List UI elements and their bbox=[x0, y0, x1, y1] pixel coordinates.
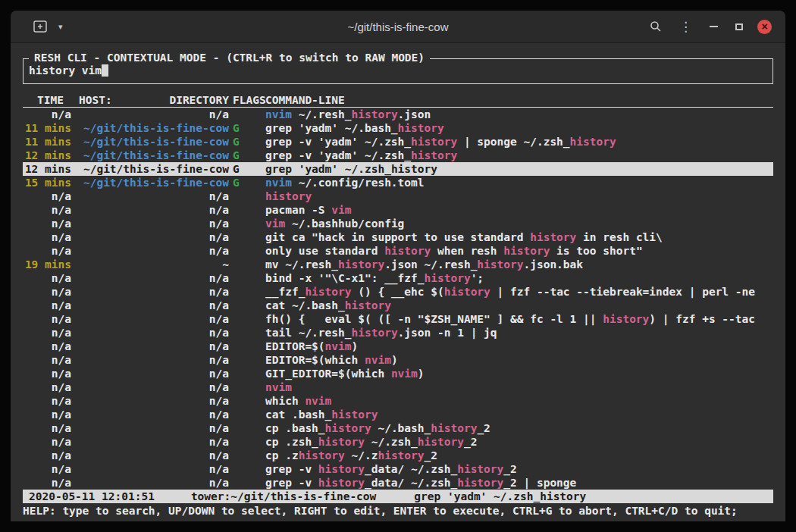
command-text: ) bbox=[391, 354, 398, 366]
menu-button[interactable]: ⋮ bbox=[676, 17, 695, 36]
row-git-flag bbox=[229, 230, 265, 244]
row-time: n/a bbox=[23, 435, 71, 449]
history-row[interactable]: n/an/atail ~/.resh_history.json -n 1 | j… bbox=[23, 326, 773, 340]
history-row[interactable]: n/an/afh() { eval $( ([ -n "$ZSH_NAME" ]… bbox=[23, 312, 773, 326]
restore-button[interactable] bbox=[732, 20, 746, 33]
history-row[interactable]: n/an/acat ~/.bash_history bbox=[23, 299, 773, 312]
row-git-flag: G bbox=[229, 121, 265, 135]
history-row[interactable]: n/an/aonly use standard history when res… bbox=[23, 244, 773, 258]
command-text: grep -v bbox=[265, 477, 318, 489]
row-time: 12 mins bbox=[23, 149, 71, 162]
command-text: grep -v bbox=[265, 463, 318, 475]
row-command: only use standard history when resh hist… bbox=[265, 244, 773, 258]
row-git-flag: G bbox=[229, 176, 265, 189]
row-git-flag bbox=[229, 449, 265, 462]
row-git-flag bbox=[229, 312, 265, 326]
status-bar: 2020-05-11 12:01:51 tower:~/git/this-is-… bbox=[23, 490, 773, 503]
minimize-button[interactable] bbox=[707, 23, 721, 30]
row-git-flag bbox=[229, 299, 265, 312]
chevron-down-icon: ▾ bbox=[58, 22, 63, 32]
command-match-text: history bbox=[325, 422, 371, 434]
row-host-directory: ~/git/this-is-fine-cow bbox=[71, 135, 229, 149]
row-git-flag bbox=[229, 217, 265, 230]
close-button[interactable]: × bbox=[757, 20, 772, 34]
row-git-flag: G bbox=[229, 135, 265, 149]
profile-dropdown-button[interactable]: ▾ bbox=[55, 19, 66, 35]
history-row[interactable]: n/an/a__fzf_history () { __ehc $(history… bbox=[23, 285, 773, 299]
row-command: history bbox=[265, 189, 773, 203]
command-match-text: history bbox=[398, 122, 444, 134]
history-row[interactable]: n/an/agrep -v history_data/ ~/.zsh_histo… bbox=[23, 476, 773, 490]
command-text: grep 'yadm' ~/.zsh_ bbox=[265, 163, 391, 175]
row-host-directory: n/a bbox=[71, 449, 229, 462]
row-git-flag bbox=[229, 476, 265, 490]
history-row[interactable]: 12 mins~/git/this-is-fine-cowGgrep -v 'y… bbox=[23, 149, 773, 162]
command-text: _2 bbox=[464, 436, 477, 448]
history-row[interactable]: 19 mins~mv ~/.resh_history.json ~/.resh_… bbox=[23, 258, 773, 271]
command-text: _2 bbox=[425, 449, 437, 462]
history-row[interactable]: n/an/aEDITOR=$(which nvim) bbox=[23, 353, 773, 367]
header-host-directory: HOST: DIRECTORY bbox=[71, 93, 229, 107]
history-row[interactable]: n/an/acp .zsh_history ~/.zsh_history_2 bbox=[23, 435, 773, 449]
history-row[interactable]: 11 mins~/git/this-is-fine-cowGgrep 'yadm… bbox=[23, 121, 773, 135]
history-row[interactable]: n/an/aGIT_EDITOR=$(which nvim) bbox=[23, 367, 773, 380]
history-row[interactable]: n/an/agrep -v history_data/ ~/.zsh_histo… bbox=[23, 462, 773, 476]
search-button[interactable] bbox=[647, 17, 665, 36]
command-match-text: history bbox=[318, 463, 365, 475]
history-row[interactable]: n/an/abind -x '"\C-x1": __fzf_history'; bbox=[23, 271, 773, 285]
command-match-text: history bbox=[425, 272, 471, 284]
history-row[interactable]: n/an/anvim bbox=[23, 380, 773, 394]
row-git-flag bbox=[229, 462, 265, 476]
command-text: _data/ ~/.zsh_ bbox=[365, 477, 457, 489]
history-row[interactable]: 11 mins~/git/this-is-fine-cowGgrep -v 'y… bbox=[23, 135, 773, 149]
row-host-directory: n/a bbox=[71, 244, 229, 258]
command-text: cat .bash_ bbox=[265, 408, 331, 421]
row-host-directory: n/a bbox=[71, 435, 229, 449]
history-row[interactable]: n/an/acp .bash_history ~/.bash_history_2 bbox=[23, 421, 773, 435]
history-row[interactable]: n/an/acp .zhistory ~/.zhistory_2 bbox=[23, 449, 773, 462]
search-input[interactable]: history vim bbox=[29, 63, 767, 79]
row-host-directory: n/a bbox=[71, 394, 229, 408]
row-time: n/a bbox=[23, 462, 71, 476]
command-text: ~/.bashhub/config bbox=[285, 217, 404, 230]
command-text: mv ~/.resh_ bbox=[265, 258, 338, 271]
history-row-selected[interactable]: 12 mins~/git/this-is-fine-cowGgrep 'yadm… bbox=[23, 162, 773, 176]
terminal-screen[interactable]: RESH CLI - CONTEXTUAL MODE - (CTRL+R to … bbox=[11, 43, 785, 518]
history-row[interactable]: n/an/avim ~/.bashhub/config bbox=[23, 217, 773, 230]
header-host: HOST: bbox=[79, 93, 112, 107]
command-match-text: history bbox=[503, 245, 550, 257]
command-text: cp .z bbox=[265, 449, 299, 462]
command-text: when resh bbox=[431, 245, 503, 257]
help-bar: HELP: type to search, UP/DOWN to select,… bbox=[23, 504, 773, 518]
history-row[interactable]: n/an/anvim ~/.resh_history.json bbox=[23, 108, 773, 121]
row-command: mv ~/.resh_history.json ~/.resh_history.… bbox=[265, 258, 773, 271]
history-row[interactable]: n/an/apacman -S vim bbox=[23, 203, 773, 217]
status-host-directory: tower:~/git/this-is-fine-cow bbox=[191, 490, 376, 503]
command-text: ~/.z bbox=[345, 449, 378, 462]
history-row[interactable]: 15 mins~/git/this-is-fine-cowGnvim ~/.co… bbox=[23, 176, 773, 189]
row-command: git ca "hack in support to use standard … bbox=[265, 230, 773, 244]
row-host-directory: ~/git/this-is-fine-cow bbox=[71, 176, 229, 189]
table-header: TIME HOST: DIRECTORY FLAGS COMMAND-LINE bbox=[23, 93, 773, 108]
history-row[interactable]: n/an/acat .bash_history bbox=[23, 408, 773, 421]
row-git-flag bbox=[229, 408, 265, 421]
command-text: cp .bash_ bbox=[265, 422, 325, 434]
resh-search-box: RESH CLI - CONTEXTUAL MODE - (CTRL+R to … bbox=[23, 58, 773, 84]
history-row[interactable]: n/an/agit ca "hack in support to use sta… bbox=[23, 230, 773, 244]
history-row[interactable]: n/an/ahistory bbox=[23, 189, 773, 203]
history-row[interactable]: n/an/awhich nvim bbox=[23, 394, 773, 408]
row-time: 12 mins bbox=[23, 162, 71, 176]
new-tab-button[interactable] bbox=[30, 17, 50, 36]
command-text: ) | fzf +s --tac bbox=[649, 313, 755, 325]
row-git-flag bbox=[229, 353, 265, 367]
row-time: n/a bbox=[23, 353, 71, 367]
row-git-flag: G bbox=[229, 149, 265, 162]
row-git-flag bbox=[229, 326, 265, 340]
row-time: 11 mins bbox=[23, 135, 71, 149]
command-text: _data/ ~/.zsh_ bbox=[365, 463, 457, 475]
row-time: n/a bbox=[23, 203, 71, 217]
command-text: .json bbox=[398, 108, 431, 120]
history-row[interactable]: n/an/aEDITOR=$(nvim) bbox=[23, 340, 773, 353]
row-time: n/a bbox=[23, 476, 71, 490]
command-text: cp .zsh_ bbox=[265, 436, 318, 448]
